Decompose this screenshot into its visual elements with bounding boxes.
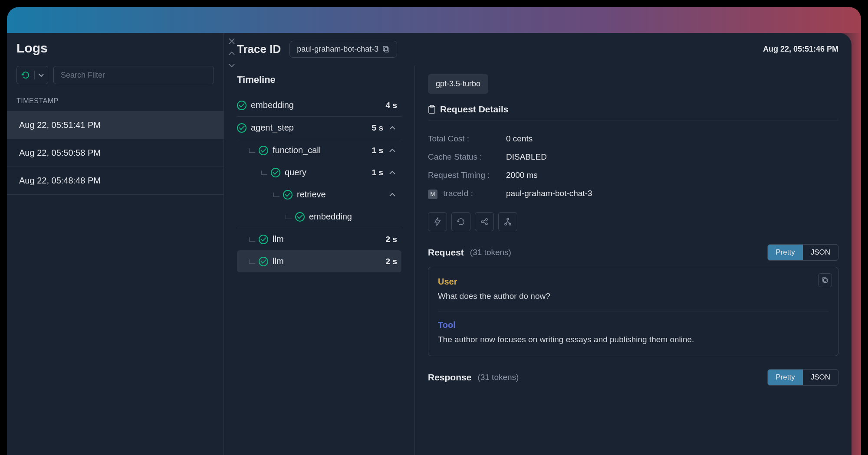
detail-value: 2000 ms bbox=[506, 170, 538, 180]
message-role-tool: Tool bbox=[438, 320, 829, 330]
timeline-item-agent-step[interactable]: agent_step 5 s bbox=[237, 117, 401, 139]
timeline-item-query[interactable]: query 1 s bbox=[237, 161, 401, 183]
detail-row-traceid: M traceId : paul-graham-bot-chat-3 bbox=[428, 184, 838, 203]
detail-value: 0 cents bbox=[506, 134, 533, 144]
detail-row-cost: Total Cost : 0 cents bbox=[428, 130, 838, 148]
chevron-up-icon[interactable] bbox=[388, 168, 397, 177]
timeline-duration: 1 s bbox=[372, 146, 383, 155]
json-toggle[interactable]: JSON bbox=[803, 245, 838, 260]
detail-label: Cache Status : bbox=[428, 152, 506, 162]
tree-connector bbox=[249, 237, 255, 242]
timeline-label: agent_step bbox=[251, 123, 368, 133]
json-toggle[interactable]: JSON bbox=[803, 370, 838, 385]
model-badge[interactable]: gpt-3.5-turbo bbox=[428, 74, 488, 94]
pretty-toggle[interactable]: Pretty bbox=[768, 370, 802, 385]
timeline-duration: 1 s bbox=[372, 168, 383, 177]
log-row[interactable]: Aug 22, 05:48:48 PM bbox=[7, 167, 224, 195]
timeline-duration: 2 s bbox=[386, 235, 397, 244]
search-input[interactable] bbox=[53, 66, 214, 84]
copy-icon[interactable] bbox=[383, 46, 390, 53]
tree-connector bbox=[286, 215, 292, 219]
chevron-up-icon[interactable] bbox=[388, 146, 397, 155]
request-details-title: Request Details bbox=[440, 104, 509, 115]
timeline-item-embedding[interactable]: embedding 4 s bbox=[237, 94, 401, 117]
timeline-title: Timeline bbox=[237, 74, 401, 85]
message-content: What does the author do now? bbox=[438, 290, 829, 303]
timeline-item-function-call[interactable]: function_call 1 s bbox=[237, 139, 401, 161]
metadata-badge: M bbox=[428, 190, 437, 199]
svg-point-8 bbox=[505, 223, 506, 225]
chevron-up-icon[interactable] bbox=[388, 123, 397, 133]
svg-rect-11 bbox=[822, 277, 826, 281]
chevron-down-icon[interactable] bbox=[35, 74, 48, 77]
timeline-item-llm[interactable]: llm 2 s bbox=[237, 250, 401, 272]
success-icon bbox=[271, 168, 280, 177]
tree-connector bbox=[273, 193, 279, 197]
refresh-icon[interactable] bbox=[17, 66, 34, 84]
timeline-duration: 5 s bbox=[372, 123, 383, 133]
detail-label: Request Timing : bbox=[428, 170, 506, 180]
svg-point-9 bbox=[509, 223, 511, 225]
timeline-label: llm bbox=[273, 256, 381, 266]
request-message-box: User What does the author do now? Tool T… bbox=[428, 267, 838, 356]
gradient-header bbox=[7, 7, 861, 33]
clipboard-icon bbox=[428, 105, 436, 114]
svg-point-7 bbox=[507, 218, 509, 220]
svg-rect-10 bbox=[824, 278, 828, 282]
detail-column: gpt-3.5-turbo Request Details Total Cost… bbox=[415, 65, 852, 455]
pretty-toggle[interactable]: Pretty bbox=[768, 245, 802, 260]
timeline-label: embedding bbox=[309, 212, 397, 222]
trace-timestamp: Aug 22, 05:51:46 PM bbox=[763, 45, 838, 54]
timeline-column: Timeline embedding 4 s agent_step 5 s bbox=[224, 65, 415, 455]
detail-label: Total Cost : bbox=[428, 134, 506, 144]
response-section-title: Response bbox=[428, 372, 471, 383]
copy-icon[interactable] bbox=[818, 273, 832, 287]
close-icon[interactable] bbox=[226, 36, 237, 47]
request-token-count: (31 tokens) bbox=[470, 248, 511, 257]
timeline-label: function_call bbox=[273, 145, 368, 155]
divider bbox=[438, 311, 829, 311]
trace-id-value: paul-graham-bot-chat-3 bbox=[297, 45, 378, 54]
timeline-item-retrieve[interactable]: retrieve bbox=[237, 183, 401, 206]
logs-title: Logs bbox=[16, 41, 214, 56]
timeline-item-llm[interactable]: llm 2 s bbox=[237, 228, 401, 250]
view-toggle: Pretty JSON bbox=[767, 369, 838, 386]
logs-panel: Logs TIMESTAMP Aug 22, 05:51:41 PM Aug 2… bbox=[7, 33, 224, 455]
log-row[interactable]: Aug 22, 05:51:41 PM bbox=[7, 111, 224, 139]
response-token-count: (31 tokens) bbox=[477, 373, 519, 382]
tree-connector bbox=[249, 148, 255, 153]
share-icon[interactable] bbox=[475, 212, 494, 231]
refresh-button-group[interactable] bbox=[16, 66, 48, 84]
view-toggle: Pretty JSON bbox=[767, 244, 838, 261]
svg-point-4 bbox=[481, 221, 483, 223]
message-content: The author now focuses on writing essays… bbox=[438, 334, 829, 346]
timeline-item-embedding-nested[interactable]: embedding bbox=[237, 206, 401, 228]
tree-connector bbox=[249, 259, 255, 264]
svg-rect-0 bbox=[385, 48, 389, 52]
success-icon bbox=[259, 235, 268, 244]
chevron-up-icon[interactable] bbox=[226, 48, 237, 59]
timestamp-column-header: TIMESTAMP bbox=[7, 91, 224, 111]
trace-id-badge[interactable]: paul-graham-bot-chat-3 bbox=[289, 41, 397, 58]
svg-point-6 bbox=[486, 223, 487, 225]
request-section-title: Request bbox=[428, 247, 464, 258]
tree-icon[interactable] bbox=[498, 212, 517, 231]
detail-value: paul-graham-bot-chat-3 bbox=[506, 189, 592, 199]
detail-label: M traceId : bbox=[428, 189, 506, 199]
chevron-down-icon[interactable] bbox=[226, 60, 237, 71]
log-row[interactable]: Aug 22, 05:50:58 PM bbox=[7, 139, 224, 167]
chevron-up-icon[interactable] bbox=[388, 190, 397, 200]
timeline-label: embedding bbox=[251, 100, 381, 110]
trace-id-title: Trace ID bbox=[237, 43, 281, 56]
message-role-user: User bbox=[438, 277, 829, 287]
success-icon bbox=[259, 146, 268, 155]
svg-point-5 bbox=[486, 219, 487, 220]
bolt-icon[interactable] bbox=[428, 212, 447, 231]
detail-row-cache: Cache Status : DISABLED bbox=[428, 148, 838, 166]
success-icon bbox=[237, 101, 247, 110]
success-icon bbox=[237, 123, 247, 133]
svg-rect-1 bbox=[383, 46, 388, 51]
retry-icon[interactable] bbox=[451, 212, 470, 231]
success-icon bbox=[283, 190, 293, 200]
success-icon bbox=[259, 257, 268, 266]
